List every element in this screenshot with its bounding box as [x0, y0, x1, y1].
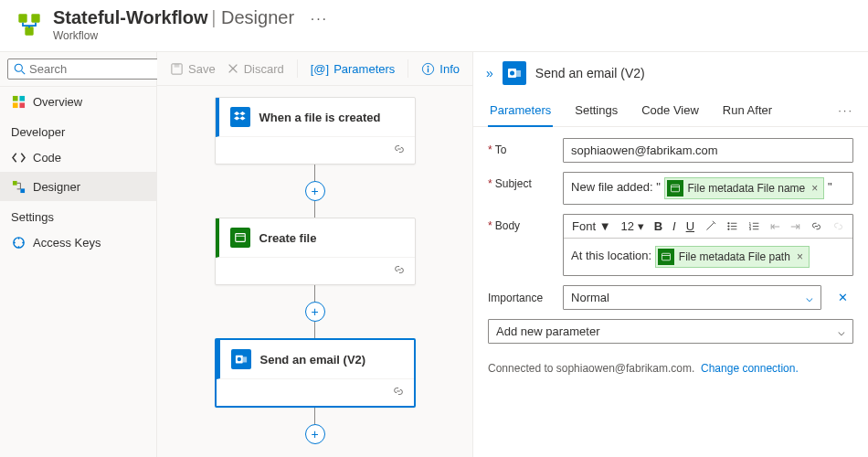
code-icon — [11, 150, 26, 165]
svg-rect-2 — [25, 27, 33, 35]
underline-button[interactable]: U — [683, 218, 697, 234]
overview-icon — [11, 94, 26, 109]
designer-icon — [11, 179, 26, 194]
parameters-button[interactable]: [@] Parameters — [311, 62, 396, 76]
sidebar-section-settings: Settings — [0, 201, 156, 228]
key-icon — [11, 235, 26, 250]
italic-button[interactable]: I — [670, 218, 679, 234]
chevron-down-icon: ⌵ — [806, 291, 813, 304]
svg-point-3 — [15, 64, 22, 71]
more-icon[interactable]: ··· — [311, 11, 328, 27]
size-select[interactable]: 12 ▾ — [619, 218, 647, 234]
remove-token-icon[interactable]: × — [811, 182, 818, 195]
action-card-send-email[interactable]: Send an email (V2) — [215, 338, 416, 408]
number-list-button[interactable]: 123 — [746, 219, 763, 233]
indent-button[interactable]: ⇥ — [788, 218, 803, 234]
subject-label: *Subject — [488, 172, 552, 190]
svg-point-25 — [727, 222, 729, 224]
link-icon — [216, 137, 415, 164]
svg-rect-7 — [12, 102, 17, 108]
bullet-list-button[interactable] — [724, 219, 741, 233]
sidebar-item-code[interactable]: Code — [0, 143, 156, 172]
body-label: *Body — [488, 214, 552, 232]
add-step-button[interactable]: + — [305, 424, 325, 444]
file-icon — [658, 249, 674, 265]
dynamic-token[interactable]: File metadata File path × — [655, 246, 810, 268]
connection-footer: Connected to sophiaowen@fabrikam.com. Ch… — [473, 355, 868, 382]
svg-rect-0 — [18, 14, 26, 22]
outlook-icon — [503, 61, 526, 85]
panel-tabs: Parameters Settings Code View Run After … — [473, 94, 868, 127]
tab-more-icon[interactable]: ··· — [838, 103, 853, 117]
trigger-card[interactable]: When a file is created — [215, 97, 416, 165]
sidebar-item-overview[interactable]: Overview — [0, 87, 156, 116]
richtext-toolbar: Font ▼ 12 ▾ B I U 123 ⇤ ⇥ — [564, 215, 852, 239]
panel-title: Send an email (V2) — [535, 66, 645, 80]
page-crumb: Designer — [221, 7, 294, 27]
to-input[interactable]: sophiaowen@fabrikam.com — [563, 138, 853, 163]
svg-rect-8 — [19, 102, 25, 108]
body-input[interactable]: Font ▼ 12 ▾ B I U 123 ⇤ ⇥ At t — [563, 214, 853, 276]
dynamic-token[interactable]: File metadata File name × — [664, 177, 825, 199]
svg-rect-16 — [428, 68, 429, 72]
add-step-button[interactable]: + — [305, 302, 325, 322]
sidebar-item-label: Access Keys — [33, 236, 101, 250]
info-button[interactable]: Info — [421, 62, 460, 76]
chevron-down-icon: ⌵ — [838, 324, 845, 338]
tab-parameters[interactable]: Parameters — [488, 94, 553, 126]
svg-line-4 — [22, 71, 26, 75]
sidebar-item-access-keys[interactable]: Access Keys — [0, 228, 156, 257]
svg-point-27 — [727, 228, 729, 230]
sidebar-item-label: Code — [33, 151, 61, 165]
remove-token-icon[interactable]: × — [797, 250, 803, 263]
clear-importance-icon[interactable]: ✕ — [832, 291, 853, 304]
info-icon — [421, 62, 435, 76]
svg-point-26 — [727, 225, 729, 227]
importance-select[interactable]: Normal ⌵ — [563, 285, 821, 310]
sidebar-item-label: Overview — [33, 95, 82, 109]
bold-button[interactable]: B — [651, 218, 665, 234]
svg-rect-17 — [235, 234, 245, 242]
parameters-icon: [@] — [311, 62, 329, 76]
search-icon — [14, 63, 26, 75]
sidebar-item-designer[interactable]: Designer — [0, 172, 156, 201]
subject-input[interactable]: New file added: " File metadata File nam… — [563, 172, 853, 205]
unlink-button[interactable] — [830, 219, 847, 233]
tab-run-after[interactable]: Run After — [721, 94, 774, 126]
save-button[interactable]: Save — [170, 62, 216, 76]
page-subtitle: Workflow — [53, 29, 328, 42]
action-card-create-file[interactable]: Create file — [215, 218, 416, 285]
svg-point-19 — [237, 357, 240, 361]
discard-icon — [227, 62, 239, 75]
link-button[interactable] — [808, 219, 825, 233]
link-icon — [217, 379, 414, 406]
svg-point-15 — [428, 65, 429, 67]
outdent-button[interactable]: ⇤ — [767, 218, 783, 234]
svg-rect-1 — [31, 14, 39, 22]
sidebar-item-label: Designer — [33, 180, 80, 194]
file-icon — [667, 180, 683, 197]
add-step-button[interactable]: + — [305, 181, 325, 201]
to-label: *To — [488, 138, 552, 156]
collapse-panel-icon[interactable]: » — [486, 66, 493, 80]
tab-settings[interactable]: Settings — [573, 94, 619, 126]
file-icon — [230, 228, 250, 248]
tab-code-view[interactable]: Code View — [640, 94, 701, 126]
color-button[interactable] — [702, 219, 719, 233]
svg-text:3: 3 — [749, 227, 752, 231]
font-select[interactable]: Font ▼ — [569, 218, 614, 234]
properties-panel: » Send an email (V2) Parameters Settings… — [472, 52, 868, 457]
svg-rect-9 — [12, 180, 16, 185]
page-title: Stateful-Workflow — [53, 7, 208, 27]
dropbox-icon — [230, 107, 250, 127]
svg-rect-5 — [12, 95, 17, 101]
page-header: Stateful-Workflow | Designer ··· Workflo… — [0, 0, 868, 52]
canvas-toolbar: Save Discard [@] Parameters Info — [157, 52, 472, 86]
add-parameter-select[interactable]: Add new parameter ⌵ — [488, 319, 853, 344]
change-connection-link[interactable]: Change connection. — [701, 362, 799, 375]
svg-rect-10 — [20, 188, 25, 193]
svg-rect-24 — [671, 185, 679, 192]
sidebar-section-developer: Developer — [0, 116, 156, 143]
discard-button[interactable]: Discard — [227, 62, 284, 76]
svg-rect-20 — [242, 356, 246, 362]
